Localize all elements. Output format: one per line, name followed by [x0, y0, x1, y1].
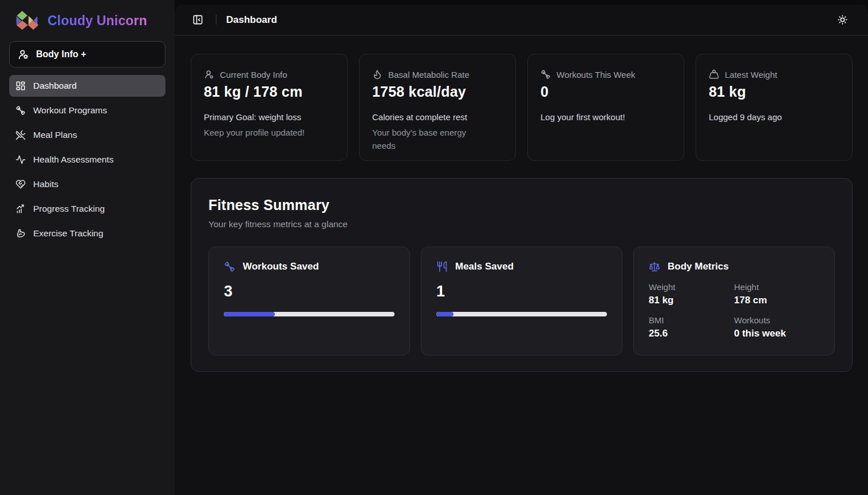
stat-card-line2: Keep your profile updated!: [204, 126, 321, 139]
stat-cards-row: Current Body Info 81 kg / 178 cm Primary…: [191, 54, 853, 161]
app-title: Cloudy Unicorn: [48, 13, 147, 29]
workouts-saved-title: Workouts Saved: [243, 261, 319, 272]
metric-workouts: Workouts 0 this week: [734, 315, 819, 339]
sidebar-item-workout-programs[interactable]: Workout Programs: [9, 100, 165, 121]
metric-height: Height 178 cm: [734, 282, 819, 306]
stat-card-line1: Primary Goal: weight loss: [204, 112, 334, 122]
dumbbell-icon: [540, 69, 551, 80]
body-info-button-label: Body Info +: [36, 49, 86, 60]
sun-icon: [837, 14, 848, 25]
page-title: Dashboard: [226, 14, 277, 26]
body-metrics-card: Body Metrics Weight 81 kg Height 178 cm …: [633, 247, 835, 355]
panel-left-close-icon: [192, 14, 203, 25]
metric-label: Height: [734, 282, 819, 292]
metric-weight: Weight 81 kg: [649, 282, 734, 306]
stat-card-title: Current Body Info: [220, 70, 287, 80]
sidebar-item-label: Dashboard: [33, 81, 77, 91]
brand: Cloudy Unicorn: [9, 8, 165, 41]
utensils-crossed-icon: [15, 130, 26, 140]
metric-label: Weight: [649, 282, 734, 292]
body-info-button[interactable]: Body Info +: [9, 41, 165, 68]
metric-value: 178 cm: [734, 295, 819, 306]
sidebar-item-label: Progress Tracking: [33, 204, 105, 214]
dumbbell-icon: [224, 261, 235, 272]
utensils-icon: [436, 261, 448, 272]
stat-card-line1: Calories at complete rest: [372, 112, 503, 122]
body-metrics-grid: Weight 81 kg Height 178 cm BMI 25.6 Wo: [649, 282, 819, 339]
user-cog-icon: [18, 49, 29, 60]
fitness-summary-section: Fitness Summary Your key fitness metrics…: [191, 178, 853, 372]
dashboard-content: Current Body Info 81 kg / 178 cm Primary…: [175, 35, 868, 372]
weight-icon: [709, 69, 719, 80]
fitness-summary-grid: Workouts Saved 3 Meals Saved: [208, 247, 835, 355]
topbar: Dashboard: [175, 5, 868, 35]
stat-card-value: 81 kg / 178 cm: [204, 84, 334, 100]
chart-increasing-icon: [15, 204, 26, 214]
stat-card-current-body-info: Current Body Info 81 kg / 178 cm Primary…: [191, 54, 348, 161]
dumbbell-icon: [15, 105, 26, 116]
sidebar-nav: Dashboard Workout Programs Meal Plans: [9, 75, 165, 244]
topbar-divider: [216, 15, 216, 25]
workouts-saved-value: 3: [224, 283, 394, 300]
sidebar-item-progress-tracking[interactable]: Progress Tracking: [9, 198, 165, 220]
workouts-saved-progress-bar: [224, 312, 394, 316]
main-panel: Dashboard Current Body Info: [175, 5, 868, 495]
sidebar-item-meal-plans[interactable]: Meal Plans: [9, 124, 165, 146]
stat-card-line1: Logged 9 days ago: [709, 112, 839, 122]
stat-card-basal-metabolic-rate: Basal Metabolic Rate 1758 kcal/day Calor…: [359, 54, 516, 161]
layout-dashboard-icon: [15, 81, 26, 91]
metric-value: 25.6: [649, 328, 734, 339]
user-round-icon: [204, 69, 214, 80]
sidebar-item-label: Habits: [33, 179, 58, 189]
sidebar-item-label: Workout Programs: [33, 105, 107, 116]
meals-saved-value: 1: [436, 283, 607, 300]
metric-bmi: BMI 25.6: [649, 315, 734, 339]
meals-saved-progress-bar: [436, 312, 607, 316]
app-logo-icon: [14, 10, 40, 31]
metric-value: 81 kg: [649, 295, 734, 306]
body-metrics-title: Body Metrics: [668, 261, 729, 272]
sidebar-item-health-assessments[interactable]: Health Assessments: [9, 149, 165, 171]
stat-card-value: 1758 kcal/day: [372, 84, 503, 100]
sidebar-item-habits[interactable]: Habits: [9, 173, 165, 195]
sidebar-item-label: Meal Plans: [33, 130, 77, 140]
workouts-saved-card: Workouts Saved 3: [208, 247, 410, 355]
fitness-summary-subtitle: Your key fitness metrics at a glance: [208, 219, 835, 229]
stat-card-title: Workouts This Week: [557, 70, 636, 80]
workouts-saved-progress-fill: [224, 312, 275, 316]
metric-value: 0 this week: [734, 328, 819, 339]
sidebar-item-exercise-tracking[interactable]: Exercise Tracking: [9, 223, 165, 244]
sidebar-toggle-button[interactable]: [189, 11, 206, 29]
scale-icon: [649, 261, 660, 272]
meals-saved-card: Meals Saved 1: [421, 247, 622, 355]
flame-icon: [372, 69, 382, 80]
stat-card-title: Latest Weight: [725, 70, 777, 80]
metric-label: BMI: [649, 315, 734, 325]
sidebar-item-label: Health Assessments: [33, 155, 113, 165]
stat-card-title: Basal Metabolic Rate: [388, 70, 469, 80]
meals-saved-title: Meals Saved: [455, 261, 514, 272]
stat-card-line2: Your body's base energy needs: [372, 126, 490, 153]
meals-saved-progress-fill: [436, 312, 453, 316]
sidebar-item-dashboard[interactable]: Dashboard: [9, 75, 165, 97]
stat-card-latest-weight: Latest Weight 81 kg Logged 9 days ago: [696, 54, 853, 161]
stat-card-value: 81 kg: [709, 84, 839, 100]
fitness-summary-title: Fitness Summary: [208, 197, 835, 213]
biceps-flexed-icon: [15, 228, 26, 239]
stat-card-value: 0: [540, 84, 671, 100]
stat-card-line1: Log your first workout!: [540, 112, 671, 122]
metric-label: Workouts: [734, 315, 819, 325]
stat-card-workouts-this-week: Workouts This Week 0 Log your first work…: [527, 54, 684, 161]
sidebar-item-label: Exercise Tracking: [33, 228, 103, 239]
theme-toggle-button[interactable]: [834, 11, 851, 29]
heart-handshake-icon: [15, 179, 26, 189]
activity-icon: [15, 155, 26, 165]
sidebar: Cloudy Unicorn Body Info + Dashboard: [0, 0, 175, 495]
